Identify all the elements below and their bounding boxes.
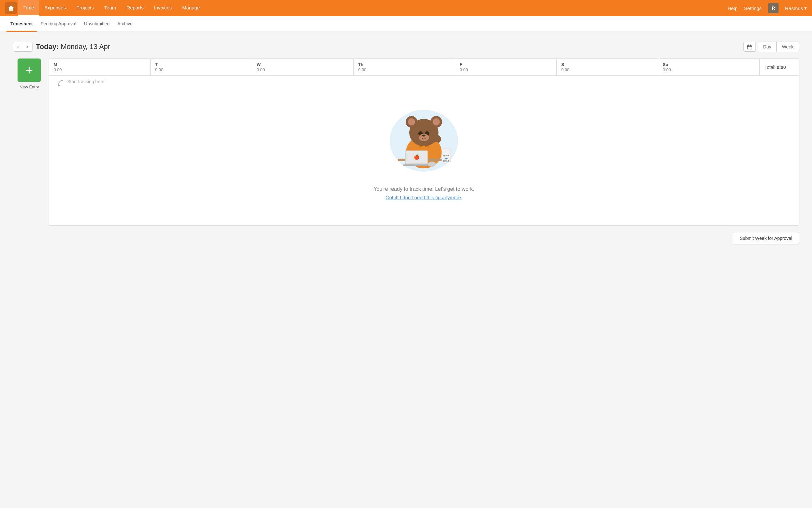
day-sunday: Su 0:00	[658, 59, 760, 75]
day-tuesday: T 0:00	[151, 59, 252, 75]
start-tracking-hint: Start tracking here!	[55, 79, 105, 89]
date-nav-buttons: ‹ ›	[13, 42, 33, 52]
view-controls: Day Week	[744, 42, 799, 52]
svg-text:🐟: 🐟	[445, 157, 448, 160]
user-avatar: R	[768, 3, 778, 13]
date-navigation: ‹ › Today: Monday, 13 Apr	[13, 42, 110, 52]
calendar-icon	[747, 44, 752, 49]
right-nav: Help Settings R Rasmus ▾	[727, 3, 807, 13]
nav-item-time[interactable]: Time	[18, 0, 39, 16]
nav-item-manage[interactable]: Manage	[177, 0, 205, 16]
user-menu[interactable]: Rasmus ▾	[785, 5, 807, 11]
new-entry-label: New Entry	[19, 85, 39, 89]
subnav-timesheet[interactable]: Timesheet	[6, 16, 37, 32]
total-column: Total: 0:00	[760, 59, 799, 75]
nav-items: Time Expenses Projects Team Reports Invo…	[18, 0, 727, 16]
svg-point-8	[408, 118, 415, 125]
calendar-picker-button[interactable]	[744, 42, 756, 52]
top-navigation: Time Expenses Projects Team Reports Invo…	[0, 0, 812, 16]
submit-week-button[interactable]: Submit Week for Approval	[733, 232, 799, 244]
subnav-archive[interactable]: Archive	[113, 16, 136, 32]
new-entry-column: + New Entry	[13, 58, 45, 225]
home-button[interactable]	[5, 2, 17, 14]
svg-rect-22	[403, 164, 430, 166]
sub-navigation: Timesheet Pending Approval Unsubmitted A…	[0, 16, 812, 32]
current-date: Today: Monday, 13 Apr	[36, 43, 110, 51]
day-wednesday: W 0:00	[252, 59, 354, 75]
days-header: M 0:00 T 0:00 W 0:00 Th 0:00 F 0:00	[49, 59, 799, 76]
empty-state: Start tracking here!	[49, 76, 799, 225]
svg-text:COLA: COLA	[443, 160, 449, 162]
subnav-pending-approval[interactable]: Pending Approval	[37, 16, 80, 32]
bear-illustration: 🍎 FISH 🐟 COLA	[382, 92, 466, 176]
day-thursday: Th 0:00	[354, 59, 456, 75]
prev-week-button[interactable]: ‹	[13, 42, 23, 51]
chevron-down-icon: ▾	[804, 5, 807, 11]
day-saturday: S 0:00	[557, 59, 658, 75]
timesheet-body: + New Entry M 0:00 T 0:00 W 0:00 Th	[13, 58, 799, 225]
svg-point-10	[433, 118, 440, 125]
nav-item-expenses[interactable]: Expenses	[39, 0, 71, 16]
week-view-button[interactable]: Week	[777, 42, 799, 52]
view-toggle: Day Week	[758, 42, 799, 52]
nav-item-invoices[interactable]: Invoices	[149, 0, 177, 16]
day-friday: F 0:00	[455, 59, 557, 75]
nav-item-reports[interactable]: Reports	[122, 0, 149, 16]
svg-point-23	[428, 162, 436, 167]
date-header: ‹ › Today: Monday, 13 Apr Day Week	[13, 42, 799, 52]
subnav-unsubmitted[interactable]: Unsubmitted	[80, 16, 114, 32]
help-link[interactable]: Help	[727, 5, 737, 11]
empty-description: You're ready to track time! Let's get to…	[374, 186, 474, 192]
nav-item-team[interactable]: Team	[99, 0, 122, 16]
day-view-button[interactable]: Day	[758, 42, 777, 52]
next-week-button[interactable]: ›	[23, 42, 33, 51]
arrow-hint-icon	[55, 79, 65, 89]
svg-text:FISH: FISH	[443, 154, 449, 157]
svg-rect-0	[747, 45, 752, 49]
svg-text:🍎: 🍎	[414, 155, 420, 160]
settings-link[interactable]: Settings	[744, 5, 762, 11]
main-content: ‹ › Today: Monday, 13 Apr Day Week	[0, 32, 812, 254]
submit-row: Submit Week for Approval	[13, 232, 799, 244]
hint-text: Start tracking here!	[67, 79, 105, 84]
calendar-grid: M 0:00 T 0:00 W 0:00 Th 0:00 F 0:00	[49, 58, 799, 225]
svg-point-14	[422, 134, 426, 136]
nav-item-projects[interactable]: Projects	[71, 0, 99, 16]
day-monday: M 0:00	[49, 59, 151, 75]
new-entry-button[interactable]: +	[17, 58, 41, 82]
dismiss-tip-link[interactable]: Got it! I don't need this tip anymore.	[386, 195, 462, 200]
